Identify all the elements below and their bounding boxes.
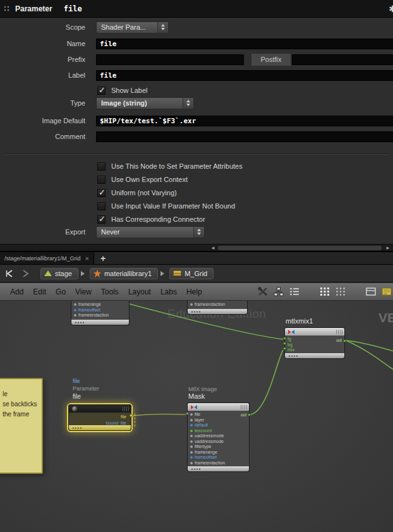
output-port[interactable] [248, 413, 251, 416]
corresponding-connector-checkbox[interactable] [97, 215, 106, 224]
export-dropdown[interactable]: Never [96, 226, 205, 238]
input-port[interactable] [186, 412, 189, 415]
uniform-checkbox[interactable] [97, 189, 106, 197]
network-overview-icon[interactable] [274, 287, 284, 296]
input-value-checkbox[interactable] [97, 202, 106, 210]
menu-go[interactable]: Go [56, 287, 66, 296]
sticky-note[interactable]: le se backticks the frame [0, 378, 43, 474]
param-dot [190, 456, 193, 459]
node-name-label[interactable]: Mask [188, 392, 205, 400]
menu-help[interactable]: Help [186, 287, 202, 296]
node-header[interactable] [68, 404, 131, 413]
scroll-left-icon[interactable]: ◄ [210, 245, 215, 251]
flag-dots-icon[interactable] [72, 427, 82, 429]
type-dropdown[interactable]: Image (string) [96, 97, 194, 109]
name-field[interactable]: file [96, 39, 393, 49]
node-footer[interactable] [71, 320, 130, 325]
node-name-label[interactable]: mtlxmix1 [286, 317, 313, 325]
connector-stub [135, 414, 135, 426]
node-partial-top-mid[interactable]: frameendaction [187, 301, 248, 315]
dots-grid-icon[interactable] [336, 287, 346, 296]
node-header[interactable] [187, 402, 250, 411]
node-footer[interactable] [187, 466, 250, 472]
menu-layout[interactable]: Layout [128, 287, 151, 296]
pane-tab-icon[interactable] [3, 5, 11, 13]
output-port[interactable] [130, 414, 133, 417]
menu-tools[interactable]: Tools [101, 287, 119, 296]
horizontal-scrollbar[interactable]: ◄ ► [0, 244, 393, 251]
node-header[interactable] [284, 327, 345, 336]
checkbox-row[interactable]: Use This Node to Set Parameter Attribute… [0, 160, 393, 172]
input-label: bg [287, 342, 293, 348]
label-field[interactable]: file [96, 70, 393, 81]
spinner-icon[interactable] [183, 98, 193, 109]
parameters-panel-icon[interactable] [382, 287, 392, 296]
wire[interactable] [346, 341, 393, 351]
menu-add[interactable]: Add [10, 287, 23, 296]
node-output-name: file [73, 378, 80, 384]
scrollbar-thumb[interactable] [218, 246, 382, 250]
breadcrumb-mgrid[interactable]: M_Grid [169, 268, 214, 279]
show-label-row[interactable]: Show Label [0, 84, 393, 97]
customize-tools-icon[interactable] [258, 287, 268, 296]
node-partial-top-left[interactable]: framerange frameoffset frameendaction [71, 301, 130, 325]
breadcrumb-stage[interactable]: stage [40, 268, 78, 279]
breadcrumb-label: M_Grid [184, 270, 207, 277]
flag-dots-icon[interactable] [288, 355, 298, 357]
flag-dots-icon[interactable] [75, 322, 84, 323]
param-label: layer [195, 418, 204, 423]
menu-edit[interactable]: Edit [33, 287, 46, 296]
comment-label: Comment [0, 133, 85, 140]
checkbox-row[interactable]: Has Corresponding Connector [0, 213, 393, 226]
flag-dots-icon[interactable] [191, 468, 200, 470]
network-tab[interactable]: /stage/materiallibrary1/M_Grid × [0, 252, 94, 264]
node-mask[interactable]: file layer default texcoord uaddressmode… [187, 402, 250, 472]
spinner-icon[interactable] [193, 227, 204, 238]
mtlx-icon [287, 329, 295, 335]
breadcrumb-materiallibrary[interactable]: materiallibrary1 [90, 268, 158, 279]
scroll-right-icon[interactable]: ► [385, 245, 390, 251]
grid-snap-icon[interactable] [320, 287, 330, 296]
comment-field[interactable] [96, 131, 393, 142]
spinner-icon[interactable] [157, 22, 168, 33]
node-mtlxmix1[interactable]: fg bg mix out [284, 327, 345, 359]
show-label-checkbox[interactable] [97, 87, 106, 95]
param-label: frameendaction [195, 461, 225, 466]
menu-labs[interactable]: Labs [160, 287, 177, 296]
input-port[interactable] [283, 337, 286, 340]
flag-dots-icon[interactable] [191, 311, 200, 313]
list-view-icon[interactable] [289, 287, 299, 296]
input-port[interactable] [283, 342, 286, 345]
prefix-field[interactable] [96, 54, 244, 65]
output-port[interactable] [343, 339, 346, 342]
checkbox-row[interactable]: Use Own Export Context [0, 173, 393, 186]
pane-title-value-field[interactable]: file [64, 4, 82, 13]
wire[interactable] [133, 414, 186, 416]
wire[interactable] [251, 350, 283, 414]
node-footer[interactable] [187, 309, 248, 315]
chevron-right-icon [81, 271, 87, 276]
tab-close-icon[interactable]: × [85, 255, 89, 262]
input-port[interactable] [283, 347, 286, 350]
node-footer[interactable] [284, 353, 345, 359]
panel-toggle-icon[interactable] [366, 287, 376, 296]
checkbox-row[interactable]: Uniform (not Varying) [0, 186, 393, 199]
node-footer[interactable] [68, 425, 131, 431]
back-icon[interactable] [5, 269, 15, 278]
menu-view[interactable]: View [75, 287, 92, 296]
node-name-label[interactable]: file [73, 393, 81, 400]
own-export-context-checkbox[interactable] [97, 176, 106, 184]
param-dot [74, 314, 76, 317]
postfix-field[interactable] [292, 54, 393, 65]
image-default-field[interactable]: $HIP/tex/test.`$F3`.exr [96, 116, 393, 126]
star-icon[interactable]: ✱ [389, 4, 393, 14]
scope-dropdown[interactable]: Shader Para... [96, 21, 169, 33]
network-editor[interactable]: Education Edition VE le se backticks the… [0, 301, 393, 532]
checkbox-row[interactable]: Use Input Value If Parameter Not Bound [0, 200, 393, 212]
set-parameter-attributes-checkbox[interactable] [97, 162, 106, 171]
export-label: Export [0, 228, 85, 236]
new-tab-button[interactable]: + [100, 253, 106, 263]
forward-icon[interactable] [20, 269, 30, 278]
node-file-parameter[interactable]: file bound_file [68, 404, 131, 431]
checkbox-label: Use Own Export Context [111, 176, 188, 183]
